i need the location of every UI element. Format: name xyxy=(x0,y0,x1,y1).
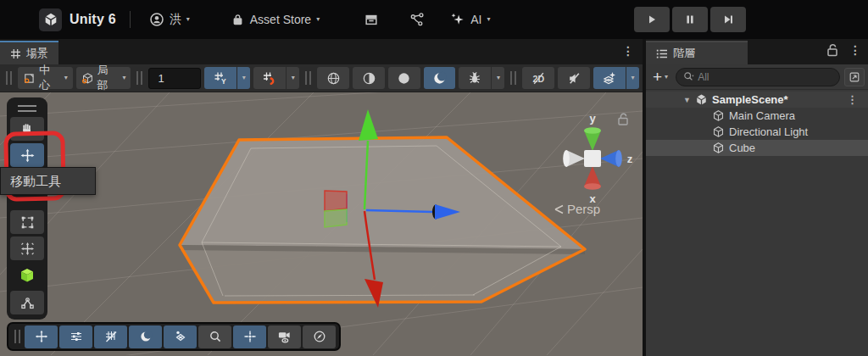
svg-text:Y: Y xyxy=(221,77,226,86)
handle-space-label: 局部 xyxy=(97,63,120,93)
expand-triangle-icon[interactable]: ▼ xyxy=(683,96,693,104)
scene-row-menu-icon[interactable]: ⋮ xyxy=(847,93,858,106)
tree-row-cube[interactable]: Cube xyxy=(646,140,868,156)
snap-increment-button[interactable] xyxy=(253,67,286,89)
cube-object[interactable] xyxy=(180,137,585,303)
pivot-mode-label: 中心 xyxy=(39,63,61,93)
shading-wireframe-button[interactable] xyxy=(317,67,349,89)
scene-tab-bar: 場景 ⋮ xyxy=(0,39,643,64)
account-name: 洪 xyxy=(170,12,181,27)
x-plane-handle[interactable] xyxy=(325,191,347,211)
caret-down-icon: ▾ xyxy=(122,75,125,81)
overlay-search-button[interactable] xyxy=(198,325,231,348)
z-axis-cone[interactable] xyxy=(600,150,622,167)
object-name-label: Directional Light xyxy=(729,125,808,138)
scene-tab-label: 場景 xyxy=(26,46,48,61)
shading-shaded-button[interactable] xyxy=(388,67,420,89)
effects-button[interactable] xyxy=(593,67,626,89)
sliders-icon xyxy=(70,330,83,343)
toolbar-drag-handle[interactable] xyxy=(6,71,12,85)
ai-label: AI xyxy=(470,13,481,26)
play-button[interactable] xyxy=(634,7,670,32)
overlay-frame-button[interactable] xyxy=(233,325,266,348)
hierarchy-tab-label: 階層 xyxy=(673,46,695,61)
caret-down-icon: ▾ xyxy=(497,75,500,81)
scene-asset-icon xyxy=(695,93,708,106)
tab-hierarchy[interactable]: 階層 xyxy=(646,41,748,64)
grid-snap-dropdown[interactable]: ▾ xyxy=(237,67,250,89)
caret-down-icon: ▾ xyxy=(242,75,246,81)
2d-view-toggle[interactable]: 2D xyxy=(522,67,554,89)
hierarchy-search-field[interactable] xyxy=(676,68,840,86)
object-name-label: Cube xyxy=(729,142,755,154)
overlay-grid-button[interactable] xyxy=(94,325,127,348)
search-picker-button[interactable] xyxy=(844,68,865,86)
search-icon xyxy=(209,330,222,343)
overlay-camera-button[interactable] xyxy=(268,325,301,348)
debug-dropdown[interactable]: ▾ xyxy=(492,67,504,89)
grid-slash-icon xyxy=(104,330,118,343)
account-menu[interactable]: 洪 ▾ xyxy=(149,12,190,27)
asset-store-menu[interactable]: Asset Store ▾ xyxy=(231,13,320,27)
unity-logo-icon xyxy=(39,8,62,31)
version-control-button[interactable] xyxy=(409,12,425,27)
handle-space-button[interactable]: 局部 ▾ xyxy=(76,67,131,89)
shading-shaded-wireframe-button[interactable] xyxy=(353,67,385,89)
overlay-settings-button[interactable] xyxy=(59,325,92,348)
lock-open-icon[interactable] xyxy=(826,43,839,57)
pause-icon xyxy=(684,14,696,25)
path-tool[interactable] xyxy=(10,291,44,314)
grid-size-input[interactable] xyxy=(148,68,201,89)
y-plane-handle[interactable] xyxy=(325,209,347,227)
search-input[interactable] xyxy=(698,71,832,83)
green-cube-icon xyxy=(19,267,36,284)
2d-disabled-icon: 2D xyxy=(531,71,546,86)
popout-window-icon xyxy=(849,71,860,83)
scene-panel-menu-icon[interactable]: ⋮ xyxy=(622,44,634,58)
custom-cube-tool[interactable] xyxy=(10,264,44,287)
moon-icon xyxy=(139,330,153,343)
tree-row-directional-light[interactable]: Directional Light xyxy=(646,124,868,140)
tree-row-main-camera[interactable]: Main Camera xyxy=(646,108,868,124)
overlay-toolbar xyxy=(7,322,341,351)
lock-open-icon[interactable] xyxy=(619,114,627,125)
step-button[interactable] xyxy=(710,7,746,32)
overlay-gizmos-button[interactable] xyxy=(164,325,197,348)
toolbar-separator xyxy=(510,71,516,85)
package-manager-button[interactable] xyxy=(364,12,379,27)
layers-star-icon xyxy=(603,71,616,85)
create-object-button[interactable]: + ▾ xyxy=(649,69,671,85)
pause-button[interactable] xyxy=(672,7,708,32)
transform-tool[interactable] xyxy=(10,236,44,260)
rect-tool[interactable] xyxy=(10,210,44,234)
pivot-mode-button[interactable]: 中心 ▾ xyxy=(18,67,73,89)
snap-increment-dropdown[interactable]: ▾ xyxy=(287,67,299,89)
gizmo-center-cube[interactable] xyxy=(584,150,601,167)
orientation-gizmo[interactable]: y z x Persp xyxy=(547,108,643,222)
overlay-move-button[interactable] xyxy=(25,325,58,348)
tree-row-scene[interactable]: ▼ SampleScene* ⋮ xyxy=(646,92,868,108)
negative-axis-cone[interactable] xyxy=(563,150,585,167)
overlay-navigation-button[interactable] xyxy=(303,325,336,348)
top-menu-bar: Unity 6 洪 ▾ Asset Store ▾ xyxy=(0,0,868,39)
snap-increment-split-button: ▾ xyxy=(253,67,299,89)
tab-scene[interactable]: 場景 xyxy=(0,41,58,64)
overlay-drag-handle[interactable] xyxy=(14,330,20,343)
app-title: Unity 6 xyxy=(70,12,116,27)
caret-down-icon: ▾ xyxy=(64,75,68,81)
projection-toggle[interactable]: Persp xyxy=(555,202,600,216)
ai-menu[interactable]: AI ▾ xyxy=(450,12,490,27)
move-arrows-icon xyxy=(35,330,48,343)
debug-button[interactable] xyxy=(459,67,491,89)
grid-snap-button[interactable]: Y xyxy=(204,67,236,89)
palette-drag-handle[interactable] xyxy=(18,105,36,112)
overlay-lighting-button[interactable] xyxy=(129,325,162,348)
scene-viewport[interactable]: y z x Persp xyxy=(0,92,643,356)
hierarchy-menu-icon[interactable]: ⋮ xyxy=(849,43,861,57)
audio-toggle[interactable] xyxy=(558,67,590,89)
scene-lighting-button[interactable] xyxy=(424,67,456,89)
hierarchy-panel: 階層 ⋮ + ▾ xyxy=(646,39,868,356)
effects-dropdown[interactable]: ▾ xyxy=(626,67,639,89)
y-axis-cone[interactable] xyxy=(584,127,601,151)
x-axis-cone[interactable] xyxy=(584,166,601,190)
